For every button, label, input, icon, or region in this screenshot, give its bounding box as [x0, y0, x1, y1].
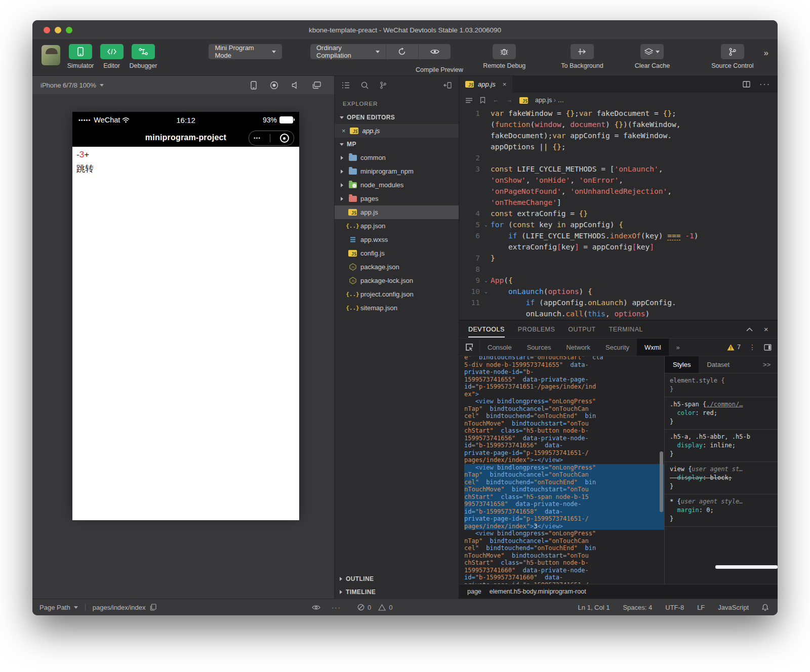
style-rule[interactable]: .h5-span {./common/… color: red;} — [665, 397, 778, 430]
wxml-node-selected[interactable]: <view bindlongpress="onLongPress"nTap" b… — [464, 464, 664, 530]
styles-hscrollbar[interactable] — [715, 565, 778, 569]
preview-button[interactable] — [418, 44, 451, 59]
panel-tab-problems[interactable]: PROBLEMS — [518, 326, 555, 333]
devtools-tab-console[interactable]: Console — [480, 339, 519, 356]
simulator-toggle[interactable]: Simulator — [67, 44, 94, 69]
styles-tabs-more[interactable]: >> — [763, 356, 778, 373]
outline-section[interactable]: OUTLINE — [335, 572, 459, 585]
files-icon[interactable] — [342, 82, 350, 89]
tree-item-pages[interactable]: pages — [335, 192, 459, 205]
tab-app-js[interactable]: JS app.js × — [459, 76, 512, 93]
split-editor-icon[interactable] — [743, 81, 750, 88]
tree-item-app-json[interactable]: {..}app.json — [335, 219, 459, 233]
tree-item-node-modules[interactable]: node_modules — [335, 178, 459, 192]
wxml-node[interactable]: e" bindtouchstart="onTouchStart" cla5-di… — [464, 356, 664, 398]
panel-tab-terminal[interactable]: TERMINAL — [609, 326, 643, 333]
close-miniprogram-button[interactable] — [280, 134, 289, 143]
tree-item-app-js[interactable]: JSapp.js — [335, 205, 459, 219]
jump-link[interactable]: 跳转 — [76, 163, 295, 175]
forward-icon[interactable]: → — [506, 97, 513, 104]
to-background-button[interactable]: To Background — [561, 44, 603, 69]
debugger-toggle[interactable]: Debugger — [130, 44, 157, 69]
style-rule[interactable]: element.style {} — [665, 373, 778, 397]
device-frame-icon[interactable] — [251, 81, 257, 90]
back-icon[interactable]: ← — [493, 97, 499, 104]
error-count[interactable]: 0 — [368, 604, 371, 611]
close-tab-icon[interactable]: × — [503, 80, 507, 88]
close-window-button[interactable] — [44, 27, 50, 33]
close-panel-icon[interactable]: × — [764, 325, 768, 333]
multi-window-icon[interactable] — [312, 81, 321, 89]
crumb-page[interactable]: page — [467, 588, 481, 595]
page-path-dropdown[interactable]: Page Path — [39, 604, 78, 611]
remote-debug-button[interactable]: Remote Debug — [483, 44, 525, 69]
styles-tab-dataset[interactable]: Dataset — [699, 356, 738, 373]
eye-icon[interactable] — [312, 605, 320, 610]
source-control-button[interactable]: Source Control — [711, 44, 753, 69]
devtools-kebab-icon[interactable]: ⋮ — [749, 343, 756, 351]
tree-item-config-js[interactable]: JSconfig.js — [335, 246, 459, 260]
collapse-panel-icon[interactable] — [746, 325, 753, 333]
devtools-tab-wxml[interactable]: Wxml — [637, 339, 669, 356]
clear-cache-button[interactable]: Clear Cache — [635, 44, 670, 69]
device-selector[interactable]: iPhone 6/7/8 100% — [40, 81, 104, 89]
mode-dropdown[interactable]: Mini Program Mode — [209, 44, 282, 59]
wxml-scrollbar[interactable] — [660, 451, 663, 512]
plus-button[interactable]: + — [84, 150, 89, 159]
bookmark-icon[interactable] — [480, 97, 485, 104]
editor-more-icon[interactable]: ··· — [759, 80, 771, 89]
tree-item-package-lock-json[interactable]: JSpackage-lock.json — [335, 274, 459, 287]
devtools-tab-sources[interactable]: Sources — [519, 339, 559, 356]
devtools-tab-security[interactable]: Security — [598, 339, 637, 356]
minimize-window-button[interactable] — [55, 27, 61, 33]
open-editors-section[interactable]: OPEN EDITORS — [335, 111, 459, 124]
user-avatar[interactable] — [42, 45, 60, 65]
search-icon[interactable] — [361, 81, 369, 89]
warning-count[interactable]: 0 — [389, 604, 392, 611]
line-col-indicator[interactable]: Ln 1, Col 1 — [578, 604, 610, 611]
devtools-tabs-more[interactable]: » — [669, 339, 687, 356]
panel-tab-devtools[interactable]: DEVTOOLS — [468, 326, 505, 338]
encoding-indicator[interactable]: UTF-8 — [665, 604, 684, 611]
tree-item-app-wxss[interactable]: app.wxss — [335, 233, 459, 246]
zoom-window-button[interactable] — [66, 27, 72, 33]
close-icon[interactable]: × — [342, 127, 346, 135]
git-branch-icon[interactable] — [380, 81, 387, 89]
dock-side-icon[interactable] — [764, 344, 772, 351]
eol-indicator[interactable]: LF — [697, 604, 705, 611]
list-icon[interactable] — [465, 98, 473, 103]
tree-item-common[interactable]: common — [335, 151, 459, 164]
tree-item-project-config-json[interactable]: {..}project.config.json — [335, 287, 459, 301]
warning-badge[interactable]: 7 — [727, 344, 741, 351]
toolbar-more-button[interactable]: » — [764, 48, 767, 58]
more-menu-button[interactable]: ••• — [254, 136, 261, 141]
compilation-dropdown[interactable]: Ordinary Compilation — [310, 44, 386, 59]
bell-icon[interactable] — [762, 604, 768, 611]
crumb-element[interactable]: element.h5-body.miniprogram-root — [490, 588, 586, 595]
tree-item-miniprogram-npm[interactable]: miniprogram_npm — [335, 164, 459, 178]
tree-item-sitemap-json[interactable]: {..}sitemap.json — [335, 301, 459, 315]
style-rule[interactable]: * {user agent style… margin: 0;} — [665, 494, 778, 527]
style-rule[interactable]: view {user agent st… display: block;} — [665, 462, 778, 494]
sim-more-icon[interactable]: ··· — [332, 604, 341, 611]
code-area[interactable]: 1var fakeWindow = {};var fakeDocument = … — [459, 108, 778, 320]
editor-toggle[interactable]: Editor — [100, 44, 124, 69]
wxml-tree[interactable]: e" bindtouchstart="onTouchStart" cla5-di… — [459, 356, 664, 584]
devtools-tab-network[interactable]: Network — [558, 339, 598, 356]
styles-tab-styles[interactable]: Styles — [665, 356, 699, 373]
timeline-section[interactable]: TIMELINE — [335, 585, 459, 599]
panel-tab-output[interactable]: OUTPUT — [568, 326, 595, 333]
mute-icon[interactable] — [292, 81, 299, 89]
style-rule[interactable]: .h5-a, .h5-abbr, .h5-b display: inline;} — [665, 430, 778, 462]
copy-icon[interactable] — [150, 604, 156, 611]
inspect-element-icon[interactable] — [459, 339, 480, 356]
wxml-node[interactable]: <view bindlongpress="onLongPress"nTap" b… — [464, 398, 664, 464]
collapse-sidebar-icon[interactable] — [443, 82, 452, 89]
record-icon[interactable] — [270, 81, 278, 90]
wxml-node[interactable]: <view bindlongpress="onLongPress"nTap" b… — [464, 530, 664, 584]
styles-rules[interactable]: element.style {}.h5-span {./common/… col… — [665, 373, 778, 584]
spaces-indicator[interactable]: Spaces: 4 — [623, 604, 652, 611]
project-section[interactable]: MP — [335, 138, 459, 151]
compile-button[interactable] — [386, 44, 418, 59]
open-editor-item[interactable]: × JS app.js — [335, 124, 459, 138]
